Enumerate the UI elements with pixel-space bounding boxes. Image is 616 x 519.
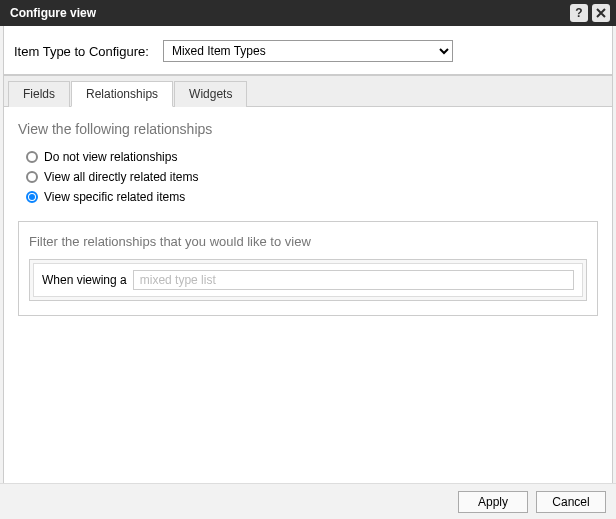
relationships-section-title: View the following relationships [18, 121, 598, 137]
radio-icon-selected [26, 191, 38, 203]
help-icon: ? [575, 6, 582, 20]
filter-input[interactable] [133, 270, 574, 290]
item-type-section: Item Type to Configure: Mixed Item Types [3, 26, 613, 75]
radio-label: Do not view relationships [44, 150, 177, 164]
tab-fields-label: Fields [23, 87, 55, 101]
item-type-select-wrap: Mixed Item Types [163, 40, 453, 62]
cancel-button-label: Cancel [552, 495, 589, 509]
tab-content-relationships: View the following relationships Do not … [3, 107, 613, 487]
radio-dot [29, 194, 35, 200]
radio-icon [26, 151, 38, 163]
tab-relationships-label: Relationships [86, 87, 158, 101]
filter-title: Filter the relationships that you would … [29, 234, 587, 249]
dialog-body: Item Type to Configure: Mixed Item Types… [0, 26, 616, 483]
tabs-row: Fields Relationships Widgets [3, 75, 613, 107]
apply-button[interactable]: Apply [458, 491, 528, 513]
relationships-radio-group: Do not view relationships View all direc… [26, 147, 598, 207]
apply-button-label: Apply [478, 495, 508, 509]
tab-relationships[interactable]: Relationships [71, 81, 173, 107]
dialog-title: Configure view [10, 6, 96, 20]
radio-do-not-view[interactable]: Do not view relationships [26, 147, 598, 167]
tab-widgets-label: Widgets [189, 87, 232, 101]
item-type-select[interactable]: Mixed Item Types [163, 40, 453, 62]
radio-label: View specific related items [44, 190, 185, 204]
filter-box: Filter the relationships that you would … [18, 221, 598, 316]
tab-widgets[interactable]: Widgets [174, 81, 247, 107]
radio-view-all[interactable]: View all directly related items [26, 167, 598, 187]
filter-row-outer: When viewing a [29, 259, 587, 301]
help-button[interactable]: ? [570, 4, 588, 22]
dialog-titlebar: Configure view ? [0, 0, 616, 26]
close-icon [596, 8, 606, 18]
filter-row: When viewing a [33, 263, 583, 297]
close-button[interactable] [592, 4, 610, 22]
filter-prefix: When viewing a [42, 273, 127, 287]
cancel-button[interactable]: Cancel [536, 491, 606, 513]
tab-fields[interactable]: Fields [8, 81, 70, 107]
item-type-label: Item Type to Configure: [14, 44, 149, 59]
radio-label: View all directly related items [44, 170, 199, 184]
radio-view-specific[interactable]: View specific related items [26, 187, 598, 207]
radio-icon [26, 171, 38, 183]
dialog-footer: Apply Cancel [0, 483, 616, 519]
